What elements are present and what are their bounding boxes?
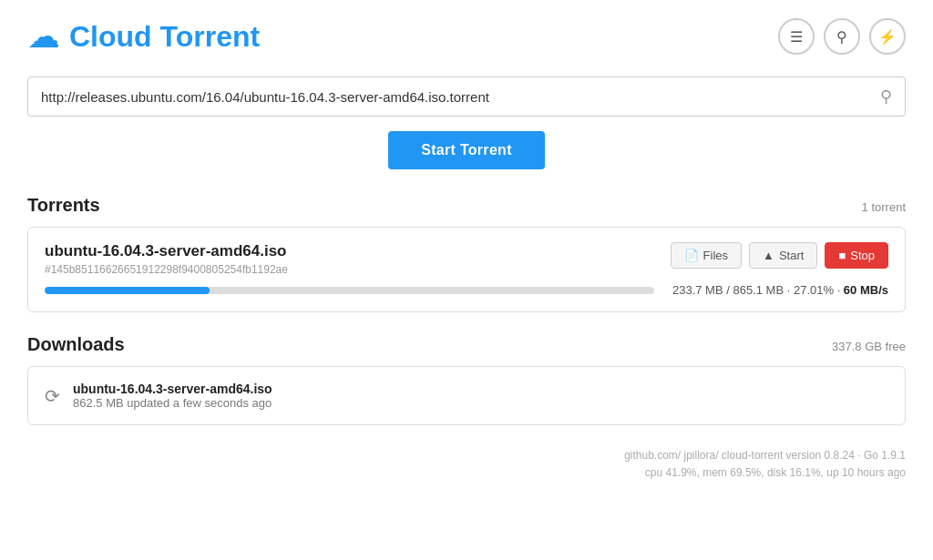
list-icon-button[interactable]: ☰	[778, 18, 815, 55]
torrents-count: 1 torrent	[862, 200, 906, 214]
header: ☁ Cloud Torrent ☰ ⚲ ⚡	[27, 18, 906, 55]
cloud-icon: ☁	[27, 20, 60, 53]
progress-bar-fill	[45, 287, 210, 294]
app-title: Cloud Torrent	[69, 20, 260, 54]
stop-button[interactable]: ■ Stop	[825, 242, 888, 269]
progress-stats: 233.7 MB / 865.1 MB · 27.01% · 60 MB/s	[672, 283, 888, 297]
progress-bar	[45, 287, 654, 294]
header-icons: ☰ ⚲ ⚡	[778, 18, 906, 55]
magnet-icon: ⚲	[836, 28, 847, 46]
spinner-icon: ⟳	[45, 385, 60, 407]
footer-text: github.com/ jpillora/ cloud-torrent vers…	[27, 447, 906, 464]
start-torrent-button[interactable]: Start Torrent	[388, 131, 545, 169]
torrents-title: Torrents	[27, 195, 100, 216]
files-icon: 📄	[684, 249, 699, 262]
footer-stats: cpu 41.9%, mem 69.5%, disk 16.1%, up 10 …	[27, 464, 906, 482]
torrent-info: ubuntu-16.04.3-server-amd64.iso #145b851…	[45, 242, 288, 276]
url-input[interactable]	[41, 89, 873, 105]
progress-row: 233.7 MB / 865.1 MB · 27.01% · 60 MB/s	[45, 283, 888, 297]
torrents-section-header: Torrents 1 torrent	[27, 195, 906, 216]
magnet-icon-button[interactable]: ⚲	[824, 18, 860, 55]
lightning-icon: ⚡	[878, 28, 897, 46]
stop-icon: ■	[838, 249, 846, 262]
magnet-submit-icon[interactable]: ⚲	[880, 87, 892, 107]
torrent-hash: #145b85116626651912298f9400805254fb1192a…	[45, 263, 288, 276]
downloads-section: Downloads 337.8 GB free ⟳ ubuntu-16.04.3…	[27, 334, 906, 425]
downloads-title: Downloads	[27, 334, 125, 355]
downloads-section-header: Downloads 337.8 GB free	[27, 334, 906, 355]
torrent-actions: 📄 Files ▲ Start ■ Stop	[671, 242, 888, 269]
downloads-free-space: 337.8 GB free	[832, 340, 906, 353]
download-card: ⟳ ubuntu-16.04.3-server-amd64.iso 862.5 …	[27, 366, 906, 425]
start-button[interactable]: ▲ Start	[749, 242, 817, 269]
download-item: ⟳ ubuntu-16.04.3-server-amd64.iso 862.5 …	[45, 382, 888, 410]
start-icon: ▲	[763, 249, 774, 262]
logo: ☁ Cloud Torrent	[27, 20, 260, 54]
torrent-card: ubuntu-16.04.3-server-amd64.iso #145b851…	[27, 227, 906, 312]
footer: github.com/ jpillora/ cloud-torrent vers…	[27, 447, 906, 482]
start-btn-container: Start Torrent	[27, 131, 906, 169]
download-meta: 862.5 MB updated a few seconds ago	[73, 396, 272, 410]
torrent-name: ubuntu-16.04.3-server-amd64.iso	[45, 242, 288, 260]
lightning-icon-button[interactable]: ⚡	[869, 18, 906, 55]
files-button[interactable]: 📄 Files	[671, 242, 742, 269]
torrent-top-row: ubuntu-16.04.3-server-amd64.iso #145b851…	[45, 242, 888, 276]
list-icon: ☰	[790, 28, 803, 46]
download-name: ubuntu-16.04.3-server-amd64.iso	[73, 382, 272, 396]
download-info: ubuntu-16.04.3-server-amd64.iso 862.5 MB…	[73, 382, 272, 410]
url-bar-container: ⚲	[27, 76, 906, 117]
